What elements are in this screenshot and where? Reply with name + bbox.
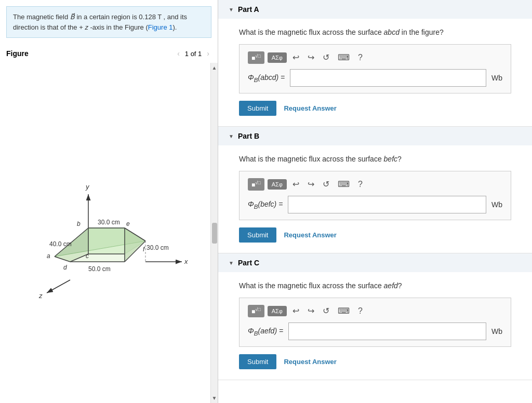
svg-text:a: a <box>47 252 50 260</box>
figure-scrollbar[interactable]: ▲ ▼ <box>210 63 218 403</box>
svg-text:c: c <box>86 252 89 260</box>
part-a-section: ▼ Part A What is the magnetic flux acros… <box>218 0 532 127</box>
part-a-request-answer-link[interactable]: Request Answer <box>284 104 336 112</box>
part-a-unit: Wb <box>491 74 502 82</box>
svg-text:d: d <box>63 264 67 271</box>
part-a-surface: abcd <box>384 28 400 36</box>
part-c-help-button[interactable]: ? <box>355 305 365 317</box>
part-b-formula-button[interactable]: ΑΣφ <box>268 179 287 190</box>
formula-icon: ΑΣφ <box>272 55 283 61</box>
part-c-reset-button[interactable]: ↺ <box>320 304 332 317</box>
part-c-formula-icon: ΑΣφ <box>272 308 283 314</box>
part-a-header[interactable]: ▼ Part A <box>218 0 532 19</box>
part-c-request-answer-link[interactable]: Request Answer <box>284 358 336 366</box>
part-a-toolbar: ■√□ ΑΣφ ↩ ↪ ↺ ⌨ ? <box>248 51 502 64</box>
part-b-question: What is the magnetic flux across the sur… <box>239 154 511 165</box>
part-c-header[interactable]: ▼ Part C <box>218 253 532 272</box>
part-c-section: ▼ Part C What is the magnetic flux acros… <box>218 253 532 380</box>
part-b-content: What is the magnetic flux across the sur… <box>218 145 532 253</box>
part-c-content: What is the magnetic flux across the sur… <box>218 272 532 380</box>
part-b-help-button[interactable]: ? <box>355 178 365 191</box>
part-a-question: What is the magnetic flux across the sur… <box>239 27 511 38</box>
description-text: The magnetic field B⃗ in a certain regio… <box>13 13 187 31</box>
svg-text:f: f <box>143 246 145 253</box>
scroll-up-arrow[interactable]: ▲ <box>211 64 218 72</box>
part-b-section: ▼ Part B What is the magnetic flux acros… <box>218 127 532 253</box>
svg-text:z: z <box>38 292 43 300</box>
part-c-question: What is the magnetic flux across the sur… <box>239 280 511 291</box>
part-c-action-row: Submit Request Answer <box>239 354 511 369</box>
figure-section: Figure ‹ 1 of 1 › z x <box>0 44 218 403</box>
part-b-undo-button[interactable]: ↩ <box>290 178 302 191</box>
part-b-redo-button[interactable]: ↪ <box>305 178 317 191</box>
svg-text:40.0 cm: 40.0 cm <box>49 240 72 248</box>
right-panel: ▼ Part A What is the magnetic flux acros… <box>218 0 532 403</box>
part-c-input[interactable] <box>288 323 486 340</box>
part-a-redo-button[interactable]: ↪ <box>305 51 317 64</box>
part-b-surface: befc <box>384 155 397 163</box>
part-c-formula-button[interactable]: ΑΣφ <box>268 306 287 316</box>
figure-link[interactable]: Figure 1 <box>148 23 173 31</box>
figure-next-button[interactable]: › <box>205 48 211 59</box>
part-b-input[interactable] <box>288 196 486 213</box>
part-a-action-row: Submit Request Answer <box>239 101 511 116</box>
figure-nav: ‹ 1 of 1 › <box>175 48 211 59</box>
svg-text:30.0 cm: 30.0 cm <box>98 219 120 226</box>
part-a-reset-button[interactable]: ↺ <box>320 51 332 64</box>
part-b-input-row: ΦB(befc) = Wb <box>248 196 502 213</box>
part-b-submit-button[interactable]: Submit <box>239 227 276 243</box>
part-b-formula-icon: ΑΣφ <box>272 181 283 187</box>
part-b-header[interactable]: ▼ Part B <box>218 127 532 145</box>
part-b-formula-label: ΦB(befc) = <box>248 200 283 210</box>
part-c-unit: Wb <box>491 327 502 335</box>
part-a-help-button[interactable]: ? <box>355 51 365 64</box>
part-a-label: Part A <box>238 5 259 14</box>
part-a-keyboard-button[interactable]: ⌨ <box>335 51 352 64</box>
part-c-redo-button[interactable]: ↪ <box>305 304 317 317</box>
part-a-fraction-button[interactable]: ■√□ <box>248 51 264 64</box>
part-a-answer-box: ■√□ ΑΣφ ↩ ↪ ↺ ⌨ ? ΦB(abcd) = Wb <box>239 44 511 93</box>
figure-prev-button[interactable]: ‹ <box>175 48 182 59</box>
part-a-chevron: ▼ <box>229 7 234 12</box>
part-c-label: Part C <box>238 259 259 267</box>
part-c-submit-button[interactable]: Submit <box>239 354 276 369</box>
figure-canvas: z x y <box>0 63 218 403</box>
part-c-fraction-button[interactable]: ■√□ <box>248 305 264 317</box>
svg-text:50.0 cm: 50.0 cm <box>88 265 111 273</box>
part-c-input-row: ΦB(aefd) = Wb <box>248 323 502 340</box>
part-b-request-answer-link[interactable]: Request Answer <box>284 231 336 239</box>
part-b-fraction-icon: ■√□ <box>251 180 261 189</box>
part-b-fraction-button[interactable]: ■√□ <box>248 178 264 191</box>
svg-text:30.0 cm: 30.0 cm <box>147 244 169 251</box>
figure-svg: z x y <box>0 63 218 403</box>
part-a-submit-button[interactable]: Submit <box>239 101 276 116</box>
part-b-unit: Wb <box>491 200 502 209</box>
part-c-keyboard-button[interactable]: ⌨ <box>335 304 352 317</box>
part-c-chevron: ▼ <box>229 260 234 266</box>
part-a-undo-button[interactable]: ↩ <box>290 51 302 64</box>
svg-text:b: b <box>77 220 81 227</box>
problem-description: The magnetic field B⃗ in a certain regio… <box>6 6 211 38</box>
svg-text:x: x <box>184 258 188 265</box>
left-panel: The magnetic field B⃗ in a certain regio… <box>0 0 218 403</box>
part-b-toolbar: ■√□ ΑΣφ ↩ ↪ ↺ ⌨ ? <box>248 178 502 191</box>
part-c-answer-box: ■√□ ΑΣφ ↩ ↪ ↺ ⌨ ? ΦB(aefd) = Wb <box>239 298 511 347</box>
figure-header: Figure ‹ 1 of 1 › <box>0 44 218 63</box>
figure-label: Figure <box>6 49 29 58</box>
part-b-keyboard-button[interactable]: ⌨ <box>335 178 352 191</box>
part-a-formula-label: ΦB(abcd) = <box>248 73 285 83</box>
part-a-input[interactable] <box>290 69 486 87</box>
svg-marker-11 <box>125 228 145 262</box>
part-b-reset-button[interactable]: ↺ <box>320 178 332 191</box>
scroll-down-arrow[interactable]: ▼ <box>211 394 218 402</box>
svg-line-0 <box>47 280 70 293</box>
part-b-answer-box: ■√□ ΑΣφ ↩ ↪ ↺ ⌨ ? ΦB(befc) = Wb <box>239 171 511 220</box>
part-c-undo-button[interactable]: ↩ <box>290 304 302 317</box>
part-a-content: What is the magnetic flux across the sur… <box>218 19 532 126</box>
part-b-action-row: Submit Request Answer <box>239 227 511 243</box>
svg-text:y: y <box>85 183 90 191</box>
part-c-surface: aefd <box>384 281 398 290</box>
part-a-formula-button[interactable]: ΑΣφ <box>268 52 287 63</box>
part-c-formula-label: ΦB(aefd) = <box>248 327 283 337</box>
part-b-chevron: ▼ <box>229 133 234 139</box>
